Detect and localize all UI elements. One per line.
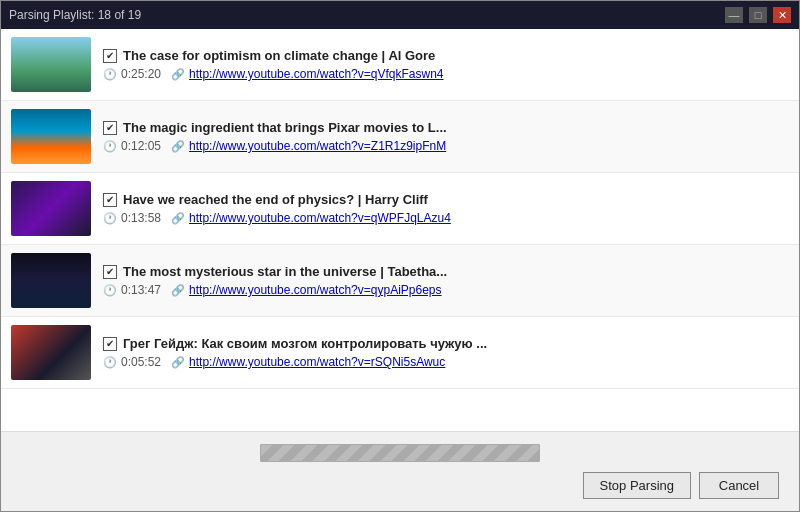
item-thumbnail: [11, 109, 91, 164]
stop-parsing-button[interactable]: Stop Parsing: [583, 472, 691, 499]
link-icon: 🔗: [171, 140, 185, 153]
item-checkbox[interactable]: ✔: [103, 121, 117, 135]
item-thumbnail: [11, 325, 91, 380]
bottom-area: Stop Parsing Cancel: [1, 431, 799, 511]
window-title: Parsing Playlist: 18 of 19: [9, 8, 141, 22]
window-controls: — □ ✕: [725, 7, 791, 23]
link-icon: 🔗: [171, 284, 185, 297]
title-bar: Parsing Playlist: 18 of 19 — □ ✕: [1, 1, 799, 29]
main-window: Parsing Playlist: 18 of 19 — □ ✕ ✔ The c…: [0, 0, 800, 512]
item-header: ✔ The magic ingredient that brings Pixar…: [103, 120, 789, 135]
clock-icon: 🕐: [103, 212, 117, 225]
item-url[interactable]: http://www.youtube.com/watch?v=qVfqkFasw…: [189, 67, 443, 81]
list-item: ✔ The case for optimism on climate chang…: [1, 29, 799, 101]
clock-icon: 🕐: [103, 140, 117, 153]
item-meta: 🕐 0:12:05 🔗 http://www.youtube.com/watch…: [103, 139, 789, 153]
item-header: ✔ Грег Гейдж: Как своим мозгом контролир…: [103, 336, 789, 351]
list-item: ✔ Грег Гейдж: Как своим мозгом контролир…: [1, 317, 799, 389]
cancel-button[interactable]: Cancel: [699, 472, 779, 499]
item-duration: 0:13:47: [121, 283, 161, 297]
link-icon: 🔗: [171, 68, 185, 81]
item-title: Have we reached the end of physics? | Ha…: [123, 192, 428, 207]
item-info: ✔ The magic ingredient that brings Pixar…: [103, 120, 789, 153]
item-title: The magic ingredient that brings Pixar m…: [123, 120, 447, 135]
item-thumbnail: [11, 37, 91, 92]
playlist-scroll[interactable]: ✔ The case for optimism on climate chang…: [1, 29, 799, 431]
item-header: ✔ Have we reached the end of physics? | …: [103, 192, 789, 207]
link-icon: 🔗: [171, 356, 185, 369]
item-meta: 🕐 0:13:47 🔗 http://www.youtube.com/watch…: [103, 283, 789, 297]
item-thumbnail: [11, 181, 91, 236]
list-item: ✔ Have we reached the end of physics? | …: [1, 173, 799, 245]
item-title: The case for optimism on climate change …: [123, 48, 435, 63]
list-item: ✔ The magic ingredient that brings Pixar…: [1, 101, 799, 173]
item-duration: 0:13:58: [121, 211, 161, 225]
item-url[interactable]: http://www.youtube.com/watch?v=qWPFJqLAz…: [189, 211, 451, 225]
item-checkbox[interactable]: ✔: [103, 265, 117, 279]
item-meta: 🕐 0:05:52 🔗 http://www.youtube.com/watch…: [103, 355, 789, 369]
item-header: ✔ The most mysterious star in the univer…: [103, 264, 789, 279]
clock-icon: 🕐: [103, 68, 117, 81]
item-title: The most mysterious star in the universe…: [123, 264, 447, 279]
content-area: ✔ The case for optimism on climate chang…: [1, 29, 799, 511]
item-duration: 0:25:20: [121, 67, 161, 81]
maximize-button[interactable]: □: [749, 7, 767, 23]
item-info: ✔ Have we reached the end of physics? | …: [103, 192, 789, 225]
item-url[interactable]: http://www.youtube.com/watch?v=qypAiPp6e…: [189, 283, 441, 297]
link-icon: 🔗: [171, 212, 185, 225]
item-checkbox[interactable]: ✔: [103, 337, 117, 351]
item-info: ✔ Грег Гейдж: Как своим мозгом контролир…: [103, 336, 789, 369]
item-url[interactable]: http://www.youtube.com/watch?v=rSQNi5sAw…: [189, 355, 445, 369]
item-info: ✔ The case for optimism on climate chang…: [103, 48, 789, 81]
clock-icon: 🕐: [103, 284, 117, 297]
item-info: ✔ The most mysterious star in the univer…: [103, 264, 789, 297]
item-header: ✔ The case for optimism on climate chang…: [103, 48, 789, 63]
item-thumbnail: [11, 253, 91, 308]
close-button[interactable]: ✕: [773, 7, 791, 23]
list-item: ✔ The most mysterious star in the univer…: [1, 245, 799, 317]
item-duration: 0:12:05: [121, 139, 161, 153]
item-meta: 🕐 0:25:20 🔗 http://www.youtube.com/watch…: [103, 67, 789, 81]
minimize-button[interactable]: —: [725, 7, 743, 23]
item-checkbox[interactable]: ✔: [103, 49, 117, 63]
item-meta: 🕐 0:13:58 🔗 http://www.youtube.com/watch…: [103, 211, 789, 225]
progress-bar-container: [260, 444, 540, 462]
item-url[interactable]: http://www.youtube.com/watch?v=Z1R1z9ipF…: [189, 139, 446, 153]
item-duration: 0:05:52: [121, 355, 161, 369]
clock-icon: 🕐: [103, 356, 117, 369]
footer-buttons: Stop Parsing Cancel: [17, 472, 783, 499]
item-checkbox[interactable]: ✔: [103, 193, 117, 207]
progress-bar: [261, 445, 539, 461]
item-title: Грег Гейдж: Как своим мозгом контролиров…: [123, 336, 487, 351]
